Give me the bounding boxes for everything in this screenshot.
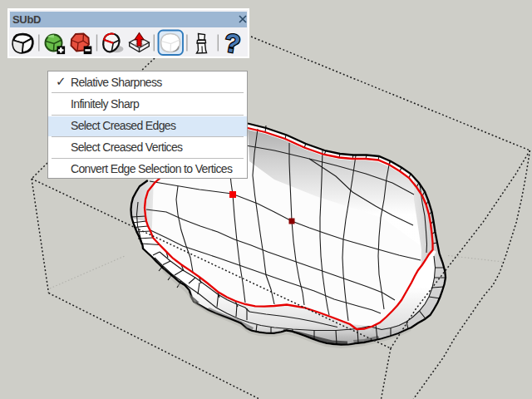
svg-text:?: ? xyxy=(222,28,242,58)
